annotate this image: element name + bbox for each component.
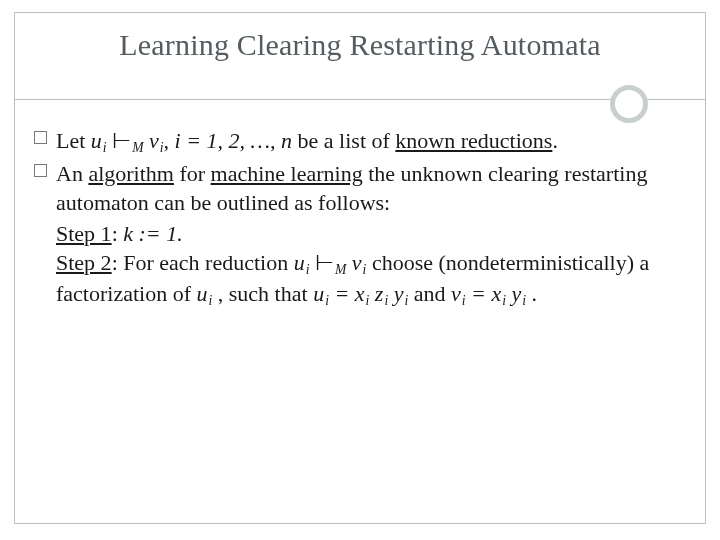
step-1: Step 1: k := 1. [34,219,684,248]
var-z: z [369,281,383,306]
var-u: u [91,128,102,153]
sub-i: i [103,140,107,155]
bullet-2: An algorithm for machine learning the un… [34,159,684,217]
text: Let [56,128,91,153]
step2-label: Step 2 [56,250,112,275]
sub-i: i [160,140,164,155]
text: for [174,161,211,186]
step1-label: Step 1 [56,221,112,246]
var-u: u [313,281,324,306]
var-y: y [506,281,521,306]
range: , i = 1, 2, …, n [164,128,293,153]
assign: := 1. [133,221,183,246]
body-text: Let ui ⊢M vi, i = 1, 2, …, n be a list o… [34,126,684,310]
text: , such that [212,281,313,306]
sub-M: M [335,262,346,277]
sub-M: M [132,140,143,155]
algorithm: algorithm [88,161,174,186]
dot: . [552,128,558,153]
var-u: u [197,281,208,306]
text: be a list of [292,128,395,153]
eq: = [466,281,492,306]
sub-i: i [384,293,388,308]
known-reductions: known reductions [395,128,552,153]
sub-i: i [209,293,213,308]
horizontal-rule [14,99,706,100]
sub-i: i [522,293,526,308]
var-x: x [355,281,365,306]
sub-i: i [325,293,329,308]
sub-i: i [366,293,370,308]
text: : For each reduction [112,250,294,275]
var-v: v [451,281,461,306]
machine-learning: machine learning [211,161,363,186]
text: An [56,161,88,186]
square-bullet-icon [34,164,47,177]
eq: = [329,281,355,306]
var-v: v [352,250,362,275]
var-y: y [388,281,403,306]
turnstile: ⊢ [107,128,132,153]
sub-i: i [306,262,310,277]
var-k: k [123,221,133,246]
bullet-1: Let ui ⊢M vi, i = 1, 2, …, n be a list o… [34,126,684,157]
sub-i: i [404,293,408,308]
text: and [408,281,451,306]
var-x: x [491,281,501,306]
var-v: v [149,128,159,153]
text: : [112,221,124,246]
slide: Learning Clearing Restarting Automata Le… [0,0,720,540]
step-2: Step 2: For each reduction ui ⊢M vi choo… [34,248,684,310]
slide-title: Learning Clearing Restarting Automata [0,28,720,62]
square-bullet-icon [34,131,47,144]
sub-i: i [363,262,367,277]
sub-i: i [502,293,506,308]
text: . [526,281,537,306]
title-rule [14,85,706,115]
var-u: u [294,250,305,275]
turnstile: ⊢ [309,250,334,275]
sub-i: i [462,293,466,308]
ring-accent-icon [610,85,648,123]
